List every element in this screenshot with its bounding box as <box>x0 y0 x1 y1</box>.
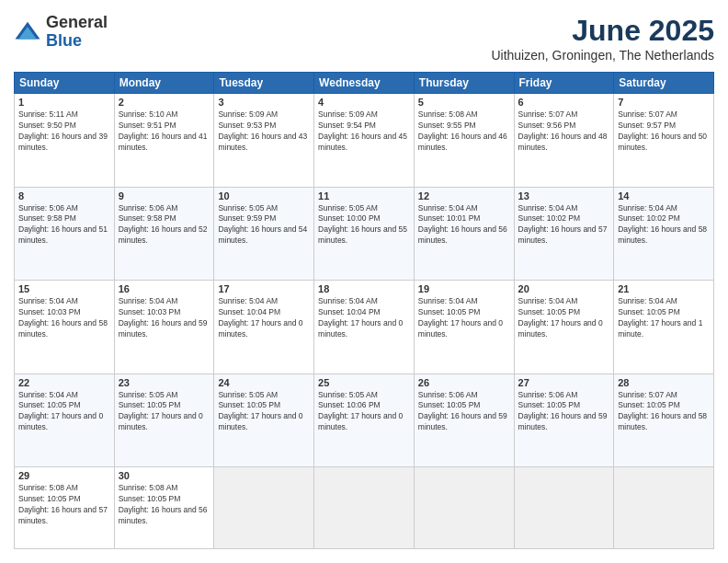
calendar-cell: 2Sunrise: 5:10 AM Sunset: 9:51 PM Daylig… <box>114 94 214 188</box>
calendar-cell: 7Sunrise: 5:07 AM Sunset: 9:57 PM Daylig… <box>614 94 714 188</box>
day-info: Sunrise: 5:04 AM Sunset: 10:05 PM Daylig… <box>618 296 710 340</box>
calendar-cell: 12Sunrise: 5:04 AM Sunset: 10:01 PM Dayl… <box>414 187 514 281</box>
logo-general: General <box>46 14 108 32</box>
calendar-cell: 18Sunrise: 5:04 AM Sunset: 10:04 PM Dayl… <box>314 281 415 374</box>
day-info: Sunrise: 5:04 AM Sunset: 10:05 PM Daylig… <box>518 296 610 340</box>
calendar-cell <box>414 467 514 549</box>
day-info: Sunrise: 5:04 AM Sunset: 10:03 PM Daylig… <box>119 296 210 340</box>
day-info: Sunrise: 5:05 AM Sunset: 10:00 PM Daylig… <box>318 203 410 247</box>
calendar-cell: 19Sunrise: 5:04 AM Sunset: 10:05 PM Dayl… <box>414 281 514 374</box>
day-info: Sunrise: 5:06 AM Sunset: 9:58 PM Dayligh… <box>18 203 110 247</box>
logo-text: General Blue <box>46 14 108 51</box>
day-info: Sunrise: 5:04 AM Sunset: 10:04 PM Daylig… <box>318 296 410 340</box>
calendar-week-row: 29Sunrise: 5:08 AM Sunset: 10:05 PM Dayl… <box>15 467 714 549</box>
calendar-table: Sunday Monday Tuesday Wednesday Thursday… <box>14 72 714 549</box>
calendar-cell: 9Sunrise: 5:06 AM Sunset: 9:58 PM Daylig… <box>114 187 214 281</box>
day-number: 17 <box>218 283 310 294</box>
day-info: Sunrise: 5:06 AM Sunset: 9:58 PM Dayligh… <box>119 203 210 247</box>
calendar-header-row: Sunday Monday Tuesday Wednesday Thursday… <box>15 73 714 94</box>
col-friday: Friday <box>514 73 614 94</box>
month-title: June 2025 <box>491 14 714 48</box>
day-number: 8 <box>18 190 110 201</box>
day-info: Sunrise: 5:04 AM Sunset: 10:05 PM Daylig… <box>18 390 110 434</box>
day-number: 29 <box>18 470 110 481</box>
calendar-week-row: 1Sunrise: 5:11 AM Sunset: 9:50 PM Daylig… <box>15 94 714 188</box>
calendar-cell: 10Sunrise: 5:05 AM Sunset: 9:59 PM Dayli… <box>214 187 314 281</box>
day-info: Sunrise: 5:07 AM Sunset: 10:05 PM Daylig… <box>618 390 710 434</box>
calendar-week-row: 22Sunrise: 5:04 AM Sunset: 10:05 PM Dayl… <box>15 373 714 467</box>
calendar-cell: 16Sunrise: 5:04 AM Sunset: 10:03 PM Dayl… <box>114 281 214 374</box>
day-number: 4 <box>318 97 410 108</box>
day-number: 19 <box>418 283 510 294</box>
col-saturday: Saturday <box>614 73 714 94</box>
calendar-cell: 22Sunrise: 5:04 AM Sunset: 10:05 PM Dayl… <box>15 373 115 467</box>
calendar-cell <box>614 467 714 549</box>
day-info: Sunrise: 5:04 AM Sunset: 10:02 PM Daylig… <box>618 203 710 247</box>
calendar-cell: 6Sunrise: 5:07 AM Sunset: 9:56 PM Daylig… <box>514 94 614 188</box>
day-info: Sunrise: 5:09 AM Sunset: 9:54 PM Dayligh… <box>318 109 410 154</box>
day-info: Sunrise: 5:05 AM Sunset: 10:05 PM Daylig… <box>218 390 310 434</box>
day-info: Sunrise: 5:04 AM Sunset: 10:05 PM Daylig… <box>418 296 510 340</box>
col-wednesday: Wednesday <box>314 73 415 94</box>
calendar-cell: 4Sunrise: 5:09 AM Sunset: 9:54 PM Daylig… <box>314 94 415 188</box>
location: Uithuizen, Groningen, The Netherlands <box>491 48 714 63</box>
day-info: Sunrise: 5:10 AM Sunset: 9:51 PM Dayligh… <box>119 109 210 154</box>
calendar-cell: 23Sunrise: 5:05 AM Sunset: 10:05 PM Dayl… <box>114 373 214 467</box>
calendar-cell: 15Sunrise: 5:04 AM Sunset: 10:03 PM Dayl… <box>15 281 115 374</box>
calendar-cell: 13Sunrise: 5:04 AM Sunset: 10:02 PM Dayl… <box>514 187 614 281</box>
day-number: 15 <box>18 283 110 294</box>
calendar-week-row: 8Sunrise: 5:06 AM Sunset: 9:58 PM Daylig… <box>15 187 714 281</box>
calendar-cell: 27Sunrise: 5:06 AM Sunset: 10:05 PM Dayl… <box>514 373 614 467</box>
day-number: 12 <box>418 190 510 201</box>
calendar-cell: 1Sunrise: 5:11 AM Sunset: 9:50 PM Daylig… <box>15 94 115 188</box>
day-number: 13 <box>518 190 610 201</box>
logo-icon <box>14 18 41 46</box>
day-info: Sunrise: 5:11 AM Sunset: 9:50 PM Dayligh… <box>18 109 110 154</box>
col-monday: Monday <box>114 73 214 94</box>
day-number: 14 <box>618 190 710 201</box>
day-number: 11 <box>318 190 410 201</box>
day-info: Sunrise: 5:09 AM Sunset: 9:53 PM Dayligh… <box>218 109 310 154</box>
calendar-cell: 17Sunrise: 5:04 AM Sunset: 10:04 PM Dayl… <box>214 281 314 374</box>
col-sunday: Sunday <box>15 73 115 94</box>
calendar-cell: 21Sunrise: 5:04 AM Sunset: 10:05 PM Dayl… <box>614 281 714 374</box>
day-info: Sunrise: 5:08 AM Sunset: 10:05 PM Daylig… <box>119 483 210 527</box>
col-tuesday: Tuesday <box>214 73 314 94</box>
day-number: 2 <box>119 97 210 108</box>
calendar-cell: 14Sunrise: 5:04 AM Sunset: 10:02 PM Dayl… <box>614 187 714 281</box>
calendar-cell: 8Sunrise: 5:06 AM Sunset: 9:58 PM Daylig… <box>15 187 115 281</box>
page: General Blue June 2025 Uithuizen, Gronin… <box>0 0 728 563</box>
day-number: 24 <box>218 377 310 388</box>
day-info: Sunrise: 5:05 AM Sunset: 9:59 PM Dayligh… <box>218 203 310 247</box>
day-info: Sunrise: 5:08 AM Sunset: 9:55 PM Dayligh… <box>418 109 510 154</box>
day-info: Sunrise: 5:07 AM Sunset: 9:57 PM Dayligh… <box>618 109 710 154</box>
day-number: 7 <box>618 97 710 108</box>
day-number: 28 <box>618 377 710 388</box>
day-number: 22 <box>18 377 110 388</box>
day-info: Sunrise: 5:04 AM Sunset: 10:03 PM Daylig… <box>18 296 110 340</box>
day-info: Sunrise: 5:05 AM Sunset: 10:06 PM Daylig… <box>318 390 410 434</box>
calendar-cell: 28Sunrise: 5:07 AM Sunset: 10:05 PM Dayl… <box>614 373 714 467</box>
calendar-cell <box>514 467 614 549</box>
calendar-cell: 24Sunrise: 5:05 AM Sunset: 10:05 PM Dayl… <box>214 373 314 467</box>
day-number: 1 <box>18 97 110 108</box>
day-number: 5 <box>418 97 510 108</box>
day-number: 16 <box>119 283 210 294</box>
day-info: Sunrise: 5:04 AM Sunset: 10:01 PM Daylig… <box>418 203 510 247</box>
day-number: 21 <box>618 283 710 294</box>
calendar-cell: 25Sunrise: 5:05 AM Sunset: 10:06 PM Dayl… <box>314 373 415 467</box>
day-number: 26 <box>418 377 510 388</box>
calendar-cell: 20Sunrise: 5:04 AM Sunset: 10:05 PM Dayl… <box>514 281 614 374</box>
day-info: Sunrise: 5:04 AM Sunset: 10:04 PM Daylig… <box>218 296 310 340</box>
day-info: Sunrise: 5:08 AM Sunset: 10:05 PM Daylig… <box>18 483 110 527</box>
day-number: 3 <box>218 97 310 108</box>
day-number: 27 <box>518 377 610 388</box>
calendar-cell: 5Sunrise: 5:08 AM Sunset: 9:55 PM Daylig… <box>414 94 514 188</box>
day-info: Sunrise: 5:04 AM Sunset: 10:02 PM Daylig… <box>518 203 610 247</box>
calendar-cell: 26Sunrise: 5:06 AM Sunset: 10:05 PM Dayl… <box>414 373 514 467</box>
header: General Blue June 2025 Uithuizen, Gronin… <box>14 14 714 63</box>
day-number: 20 <box>518 283 610 294</box>
day-info: Sunrise: 5:07 AM Sunset: 9:56 PM Dayligh… <box>518 109 610 154</box>
day-number: 9 <box>119 190 210 201</box>
calendar-week-row: 15Sunrise: 5:04 AM Sunset: 10:03 PM Dayl… <box>15 281 714 374</box>
